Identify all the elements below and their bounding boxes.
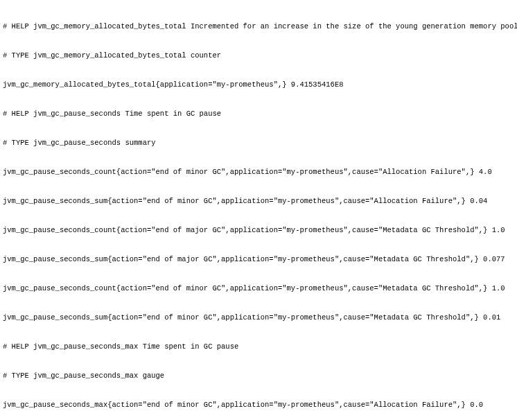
metrics-line: jvm_gc_pause_seconds_max{action="end of … bbox=[3, 400, 514, 410]
metrics-line: jvm_gc_pause_seconds_count{action="end o… bbox=[3, 225, 514, 235]
metrics-line: # HELP jvm_gc_pause_seconds Time spent i… bbox=[3, 109, 514, 119]
metrics-line: # TYPE jvm_gc_memory_allocated_bytes_tot… bbox=[3, 51, 514, 60]
metrics-line: # HELP jvm_gc_pause_seconds_max Time spe… bbox=[3, 342, 514, 351]
metrics-output: # HELP jvm_gc_memory_allocated_bytes_tot… bbox=[0, 0, 517, 420]
metrics-line: jvm_gc_memory_allocated_bytes_total{appl… bbox=[3, 80, 514, 89]
metrics-line: # TYPE jvm_gc_pause_seconds_max gauge bbox=[3, 371, 514, 380]
metrics-line: jvm_gc_pause_seconds_sum{action="end of … bbox=[3, 254, 514, 264]
metrics-line: jvm_gc_pause_seconds_sum{action="end of … bbox=[3, 196, 514, 206]
metrics-line: jvm_gc_pause_seconds_sum{action="end of … bbox=[3, 313, 514, 322]
metrics-line: jvm_gc_pause_seconds_count{action="end o… bbox=[3, 283, 514, 293]
metrics-line: # TYPE jvm_gc_pause_seconds summary bbox=[3, 138, 514, 148]
metrics-line: # HELP jvm_gc_memory_allocated_bytes_tot… bbox=[3, 21, 514, 31]
metrics-line: jvm_gc_pause_seconds_count{action="end o… bbox=[3, 167, 514, 177]
